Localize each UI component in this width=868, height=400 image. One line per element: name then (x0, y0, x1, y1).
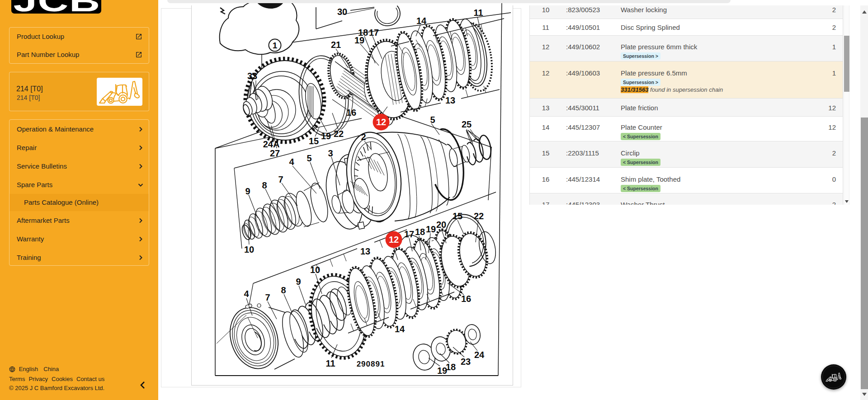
svg-text:15: 15 (453, 211, 462, 221)
svg-text:15: 15 (309, 136, 319, 146)
svg-text:4: 4 (289, 157, 294, 167)
svg-text:23: 23 (461, 357, 471, 367)
svg-text:8: 8 (262, 180, 267, 190)
svg-text:9: 9 (296, 277, 301, 287)
svg-text:9: 9 (245, 186, 250, 196)
svg-text:12: 12 (389, 235, 399, 245)
svg-text:14: 14 (395, 324, 405, 334)
svg-text:22: 22 (474, 211, 484, 221)
svg-text:18: 18 (446, 362, 456, 372)
svg-text:10: 10 (310, 265, 320, 275)
svg-text:20: 20 (436, 220, 446, 230)
svg-text:5: 5 (307, 153, 311, 163)
svg-text:30: 30 (337, 7, 347, 17)
svg-text:13: 13 (360, 246, 370, 256)
svg-text:17: 17 (404, 229, 414, 239)
svg-text:290891: 290891 (357, 360, 385, 368)
svg-text:3: 3 (328, 148, 333, 158)
svg-text:7: 7 (278, 174, 283, 184)
svg-text:4: 4 (244, 289, 249, 299)
svg-text:8: 8 (281, 285, 286, 295)
svg-text:2: 2 (361, 132, 366, 142)
svg-text:19: 19 (321, 131, 331, 141)
svg-text:10: 10 (244, 245, 254, 254)
svg-text:7: 7 (265, 292, 270, 302)
svg-text:12: 12 (376, 117, 386, 127)
svg-text:5: 5 (430, 115, 435, 125)
svg-text:19: 19 (426, 224, 436, 234)
svg-text:11: 11 (326, 358, 335, 368)
svg-text:17: 17 (369, 28, 379, 38)
svg-text:33: 33 (247, 71, 257, 81)
svg-text:21: 21 (331, 40, 341, 50)
svg-text:14: 14 (416, 16, 427, 26)
svg-text:13: 13 (445, 95, 455, 105)
svg-text:24A: 24A (263, 139, 280, 149)
svg-text:19: 19 (354, 35, 364, 45)
svg-text:22: 22 (334, 129, 344, 139)
svg-text:18: 18 (415, 227, 425, 237)
svg-text:11: 11 (473, 8, 483, 18)
svg-text:27: 27 (270, 148, 280, 158)
svg-text:24: 24 (474, 350, 485, 360)
svg-text:1: 1 (273, 41, 278, 50)
svg-text:25: 25 (462, 119, 472, 129)
svg-text:16: 16 (461, 294, 471, 304)
svg-text:16: 16 (346, 108, 356, 118)
